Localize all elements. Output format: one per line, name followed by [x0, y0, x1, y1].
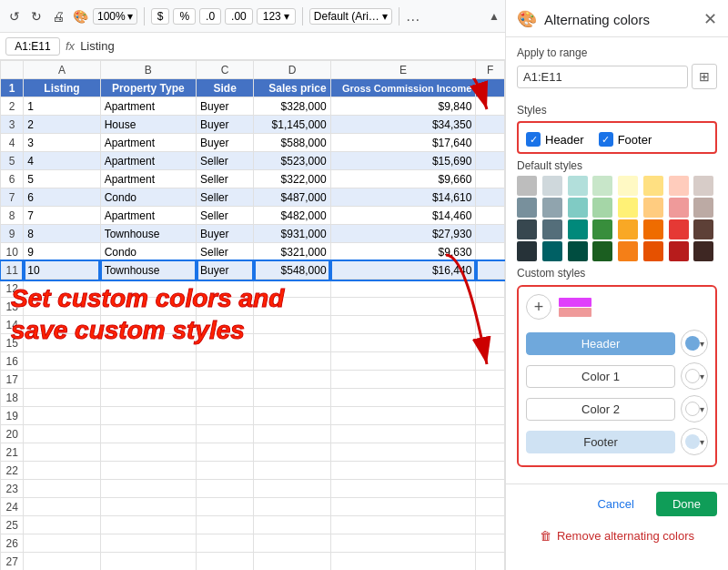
- color-swatch[interactable]: [592, 176, 612, 196]
- header-color-picker[interactable]: ▾: [681, 330, 708, 357]
- color-swatch[interactable]: [517, 219, 537, 239]
- footer-checkbox-label[interactable]: ✓ Footer: [599, 132, 652, 147]
- color-swatch[interactable]: [643, 176, 663, 196]
- color-swatch[interactable]: [592, 219, 612, 239]
- percent-button[interactable]: %: [173, 8, 196, 25]
- color-swatch[interactable]: [669, 241, 689, 261]
- header-checkbox[interactable]: ✓: [526, 132, 541, 147]
- cell-income[interactable]: $14,460: [330, 207, 476, 225]
- color-swatch[interactable]: [542, 241, 562, 261]
- color-swatch[interactable]: [568, 176, 588, 196]
- color2-picker[interactable]: ▾: [681, 395, 708, 422]
- cell-price[interactable]: $328,000: [254, 97, 330, 116]
- header-color-label[interactable]: Header: [526, 332, 675, 355]
- collapse-toolbar-icon[interactable]: ▲: [489, 10, 500, 23]
- cell-income[interactable]: $34,350: [330, 116, 476, 134]
- format-button[interactable]: 123 ▾: [257, 8, 296, 25]
- cell-a1[interactable]: Listing: [24, 79, 100, 97]
- cell-price[interactable]: $548,000: [254, 261, 330, 280]
- color-swatch[interactable]: [592, 198, 612, 218]
- undo-icon[interactable]: ↺: [5, 7, 24, 25]
- grid-scroll-area[interactable]: A B C D E F 1 Listing Property Type Side…: [0, 60, 505, 570]
- color-swatch[interactable]: [618, 219, 638, 239]
- cell-price[interactable]: $931,000: [254, 225, 330, 243]
- range-grid-icon[interactable]: ⊞: [692, 64, 717, 89]
- cell-price[interactable]: $1,145,000: [254, 116, 330, 134]
- print-icon[interactable]: 🖨: [49, 7, 67, 25]
- cell-type[interactable]: Apartment: [100, 152, 196, 170]
- cell-type[interactable]: Apartment: [100, 97, 196, 116]
- cell-type[interactable]: Townhouse: [100, 225, 196, 243]
- decimal1-button[interactable]: .0: [199, 8, 221, 25]
- color1-label[interactable]: Color 1: [526, 365, 675, 388]
- cell-e1[interactable]: Gross Commission Income: [330, 79, 476, 97]
- color-swatch[interactable]: [693, 241, 713, 261]
- cell-side[interactable]: Seller: [197, 207, 254, 225]
- cell-listing[interactable]: 10: [24, 261, 100, 280]
- cell-income[interactable]: $15,690: [330, 152, 476, 170]
- color-swatch[interactable]: [643, 198, 663, 218]
- color-swatch[interactable]: [693, 198, 713, 218]
- cell-listing[interactable]: 7: [24, 207, 100, 225]
- cell-side[interactable]: Buyer: [197, 134, 254, 152]
- color-swatch[interactable]: [568, 198, 588, 218]
- cell-d1[interactable]: Sales price: [254, 79, 330, 97]
- redo-icon[interactable]: ↻: [27, 7, 46, 25]
- cell-price[interactable]: $523,000: [254, 152, 330, 170]
- col-header-a[interactable]: A: [24, 61, 100, 79]
- remove-alternating-colors-button[interactable]: 🗑 Remove alternating colors: [506, 524, 728, 548]
- cell-type[interactable]: Apartment: [100, 207, 196, 225]
- cell-listing[interactable]: 3: [24, 134, 100, 152]
- col-header-d[interactable]: D: [254, 61, 330, 79]
- cell-side[interactable]: Seller: [197, 152, 254, 170]
- footer-color-picker[interactable]: ▾: [681, 428, 708, 455]
- footer-color-label[interactable]: Footer: [526, 431, 675, 453]
- cell-type[interactable]: Townhouse: [100, 261, 196, 280]
- color-swatch[interactable]: [643, 219, 663, 239]
- cell-listing[interactable]: 8: [24, 225, 100, 243]
- cell-income[interactable]: $9,630: [330, 243, 476, 261]
- cell-side[interactable]: Seller: [197, 243, 254, 261]
- range-input-field[interactable]: [517, 66, 688, 88]
- cell-income[interactable]: $27,930: [330, 225, 476, 243]
- color-swatch[interactable]: [693, 219, 713, 239]
- cell-listing[interactable]: 5: [24, 170, 100, 188]
- close-button[interactable]: ✕: [703, 9, 717, 29]
- cell-side[interactable]: Buyer: [197, 97, 254, 116]
- cell-price[interactable]: $487,000: [254, 188, 330, 207]
- color-swatch[interactable]: [517, 176, 537, 196]
- paint-format-icon[interactable]: 🎨: [71, 7, 89, 25]
- color-swatch[interactable]: [643, 241, 663, 261]
- cell-side[interactable]: Buyer: [197, 116, 254, 134]
- col-header-e[interactable]: E: [330, 61, 476, 79]
- color-swatch[interactable]: [592, 241, 612, 261]
- add-style-button[interactable]: +: [526, 294, 551, 320]
- color1-picker[interactable]: ▾: [681, 362, 708, 390]
- color-swatch[interactable]: [568, 241, 588, 261]
- cell-price[interactable]: $588,000: [254, 134, 330, 152]
- color-swatch[interactable]: [669, 219, 689, 239]
- cell-income[interactable]: $16,440: [330, 261, 476, 280]
- font-selector[interactable]: Default (Ari… ▾: [309, 8, 392, 25]
- color-swatch[interactable]: [693, 176, 713, 196]
- cell-income[interactable]: $14,610: [330, 188, 476, 207]
- color-swatch[interactable]: [669, 198, 689, 218]
- cell-type[interactable]: Condo: [100, 188, 196, 207]
- color2-label[interactable]: Color 2: [526, 398, 675, 421]
- cell-type[interactable]: Condo: [100, 243, 196, 261]
- cell-price[interactable]: $321,000: [254, 243, 330, 261]
- cell-listing[interactable]: 1: [24, 97, 100, 116]
- cell-b1[interactable]: Property Type: [100, 79, 196, 97]
- cell-type[interactable]: House: [100, 116, 196, 134]
- cell-side[interactable]: Buyer: [197, 225, 254, 243]
- cell-side[interactable]: Buyer: [197, 261, 254, 280]
- zoom-selector[interactable]: 100% ▾: [93, 8, 137, 25]
- cell-listing[interactable]: 6: [24, 188, 100, 207]
- cell-price[interactable]: $322,000: [254, 170, 330, 188]
- cell-income[interactable]: $9,660: [330, 170, 476, 188]
- cell-income[interactable]: $9,840: [330, 97, 476, 116]
- cell-listing[interactable]: 9: [24, 243, 100, 261]
- color-swatch[interactable]: [542, 198, 562, 218]
- formula-input[interactable]: Listing: [80, 39, 500, 53]
- cell-side[interactable]: Seller: [197, 170, 254, 188]
